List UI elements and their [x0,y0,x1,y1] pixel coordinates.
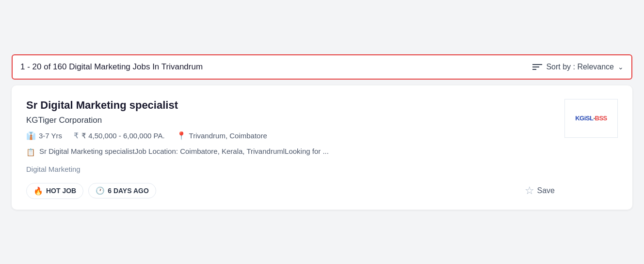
sort-label: Sort by : Relevance [546,63,614,71]
logo-text: KGiSL·BSS [575,115,607,123]
company-name[interactable]: KGTiger Corporation [26,116,555,125]
sort-icon [532,64,542,70]
experience-value: 3-7 Yrs [39,132,62,140]
days-ago-label: 6 DAYS AGO [108,187,149,195]
description-text: Sr Digital Marketing specialistJob Locat… [39,146,329,157]
badges-container: 🔥 HOT JOB 🕐 6 DAYS AGO [26,183,156,199]
salary-meta: ₹ ₹ 4,50,000 - 6,00,000 PA. [74,131,165,140]
star-icon: ☆ [525,184,534,197]
location-value: Trivandrum, Coimbatore [189,132,267,140]
job-description: 📋 Sr Digital Marketing specialistJob Loc… [26,146,555,158]
experience-meta: 👔 3-7 Yrs [26,131,62,140]
save-button[interactable]: ☆ Save [525,184,555,197]
job-meta: 👔 3-7 Yrs ₹ ₹ 4,50,000 - 6,00,000 PA. 📍 … [26,131,555,140]
job-footer: 🔥 HOT JOB 🕐 6 DAYS AGO ☆ Save [26,183,555,199]
job-title[interactable]: Sr Digital Marketing specialist [26,99,555,112]
results-count: 1 - 20 of 160 Digital Marketing Jobs In … [20,62,203,72]
job-card: Sr Digital Marketing specialist KGTiger … [12,85,632,210]
page-container: 1 - 20 of 160 Digital Marketing Jobs In … [12,54,632,210]
hot-job-label: HOT JOB [46,187,76,195]
fire-icon: 🔥 [33,186,43,196]
chevron-down-icon: ⌄ [618,63,624,71]
results-header: 1 - 20 of 160 Digital Marketing Jobs In … [12,54,632,80]
company-logo: KGiSL·BSS [564,99,618,138]
job-tags: Digital Marketing [26,165,555,173]
description-icon: 📋 [26,147,35,158]
hot-job-badge: 🔥 HOT JOB [26,183,83,199]
save-label: Save [537,186,555,195]
salary-value: ₹ 4,50,000 - 6,00,000 PA. [81,132,165,140]
location-meta: 📍 Trivandrum, Coimbatore [177,131,267,140]
days-ago-badge: 🕐 6 DAYS AGO [88,183,156,198]
clock-icon: 🕐 [96,186,105,195]
rupee-icon: ₹ [74,131,79,140]
sort-control[interactable]: Sort by : Relevance ⌄ [532,63,624,71]
briefcase-icon: 👔 [26,131,36,140]
location-icon: 📍 [177,131,186,140]
job-info: Sr Digital Marketing specialist KGTiger … [26,99,555,199]
